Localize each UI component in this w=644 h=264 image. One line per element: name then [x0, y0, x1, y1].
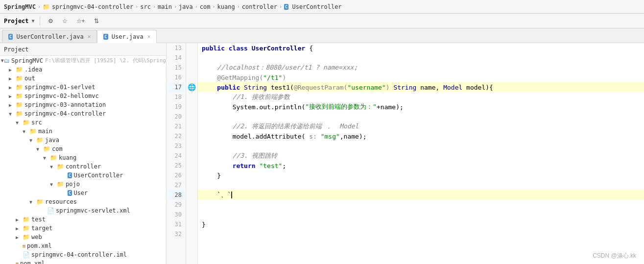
- folder-icon: 📁: [23, 119, 30, 126]
- tree-item-com[interactable]: ▼ 📁 com: [0, 144, 166, 153]
- tree-label: target: [31, 225, 52, 232]
- tree-label: .idea: [24, 66, 42, 73]
- project-header-label: Project: [4, 46, 29, 53]
- code-content[interactable]: public class UserController { //localhos…: [198, 43, 644, 264]
- folder-icon: 📁: [23, 216, 30, 223]
- tree-item-hellomvc[interactable]: ▶ 📁 springmvc-02-hellomvc: [0, 92, 166, 100]
- tree-item-pojo[interactable]: ▼ 📁 pojo: [0, 180, 166, 189]
- tree-label: web: [31, 234, 42, 240]
- tree-item-main[interactable]: ▼ 📁 main: [0, 127, 166, 136]
- arrow-icon: ▼: [50, 182, 57, 187]
- iml-icon: 📄: [23, 251, 30, 258]
- tree-item-controller-module[interactable]: ▼ 📁 springmvc-04-controller: [0, 109, 166, 118]
- bookmark-plus-button[interactable]: ☆+: [73, 17, 88, 25]
- gutter-line-13: [186, 43, 197, 53]
- line-num-29: 29: [167, 200, 186, 210]
- line-num-23: 23: [167, 141, 186, 151]
- tree-item-springmvc[interactable]: ▼ 🗂 SpringMVC F:\班级管理\西开 [19525] \2. 代码\…: [0, 56, 166, 65]
- tree-label: resources: [45, 198, 77, 205]
- tree-item-java[interactable]: ▼ 📁 java: [0, 136, 166, 144]
- tree-label: User: [73, 190, 88, 196]
- line-numbers: 13 14 15 16 17 18 19 20 21 22 23 24 25 2…: [167, 43, 186, 264]
- tree-item-serlvet[interactable]: ▶ 📁 springmvc-01-serlvet: [0, 83, 166, 92]
- breadcrumb-main: main: [158, 3, 172, 10]
- arrow-icon: ▼: [43, 155, 50, 161]
- code-line-15: //localhost：8080/user/t1 ? name=xxx;: [198, 63, 644, 72]
- folder-icon: 📁: [23, 234, 30, 240]
- gutter-line-27: [186, 180, 197, 190]
- tree-item-controller-pkg[interactable]: ▼ 📁 controller: [0, 162, 166, 171]
- arrow-icon: ▶: [9, 94, 16, 99]
- arrow-icon: ▶: [16, 226, 23, 231]
- tree-item-user-file[interactable]: ▶ C User: [0, 189, 166, 197]
- code-line-29: [198, 200, 644, 210]
- tree-label: out: [24, 75, 35, 82]
- tree-item-target[interactable]: ▶ 📁 target: [0, 224, 166, 233]
- class-icon: C: [68, 172, 72, 178]
- title-separator-1: ›: [38, 4, 41, 9]
- code-line-18: //1. 接收前端参数: [198, 92, 644, 102]
- line-num-13: 13: [167, 43, 186, 53]
- arrow-icon: ▼: [36, 146, 43, 152]
- gutter-line-17: 🌐: [186, 82, 197, 92]
- tree-item-annotation[interactable]: ▶ 📁 springmvc-03-annotation: [0, 100, 166, 109]
- tree-item-resources[interactable]: ▼ 📁 resources: [0, 197, 166, 206]
- breadcrumb-kuang: kuang: [217, 3, 235, 10]
- title-bar: SpringMVC › 📁 springmvc-04-controller › …: [0, 0, 644, 14]
- tree-item-kuang[interactable]: ▼ 📁 kuang: [0, 153, 166, 162]
- tree-item-iml[interactable]: ▶ 📄 springmvc-04-controller.iml: [0, 250, 166, 259]
- tree-item-usercontroller-file[interactable]: ▶ C UserController: [0, 171, 166, 180]
- expand-button[interactable]: ⇅: [91, 17, 102, 25]
- tab-user[interactable]: C User.java ✕: [97, 30, 157, 43]
- folder-icon: 📁: [36, 198, 44, 205]
- tree-item-web[interactable]: ▶ 📁 web: [0, 233, 166, 241]
- tab-usercontroller[interactable]: C UserController.java ✕: [2, 30, 97, 43]
- sidebar-header: Project: [0, 43, 166, 56]
- xml-icon: 📄: [47, 207, 54, 214]
- tab-label-usercontroller: UserController.java: [16, 33, 83, 40]
- folder-icon: 📁: [57, 181, 64, 188]
- line-num-19: 19: [167, 102, 186, 112]
- line-num-28: 28: [167, 190, 186, 200]
- arrow-icon: ▼: [29, 199, 36, 205]
- tab-close-usercontroller[interactable]: ✕: [88, 33, 91, 40]
- breadcrumb-controller-pkg: controller: [242, 3, 277, 10]
- folder-icon: 📁: [16, 84, 23, 91]
- code-line-24: //3. 视图跳转: [198, 151, 644, 161]
- gutter-line-29: [186, 200, 197, 210]
- pom-icon: m: [23, 243, 25, 249]
- tree-item-servlet-xml[interactable]: ▶ 📄 springmvc-servlet.xml: [0, 206, 166, 215]
- gutter-line-22: [186, 131, 197, 141]
- breadcrumb-src: src: [140, 3, 151, 10]
- arrow-icon: ▼: [23, 129, 29, 134]
- tree-label: springmvc-01-serlvet: [24, 84, 95, 91]
- bookmark-button[interactable]: ☆: [59, 17, 71, 25]
- tree-item-idea[interactable]: ▶ 📁 .idea: [0, 65, 166, 74]
- tree-item-out[interactable]: ▶ 📁 out: [0, 74, 166, 83]
- gutter-line-15: [186, 63, 197, 72]
- gutter-line-32: [186, 229, 197, 239]
- tree-label: pom.xml: [20, 260, 45, 264]
- code-line-25: return "test" ;: [198, 161, 644, 170]
- settings-button[interactable]: ⚙: [45, 17, 56, 25]
- watermark: CSDN @涤心.kk: [593, 252, 636, 260]
- tree-item-test[interactable]: ▶ 📁 test: [0, 215, 166, 224]
- arrow-icon: ▼: [50, 164, 57, 169]
- code-line-30: [198, 210, 644, 219]
- tab-close-user[interactable]: ✕: [147, 33, 151, 40]
- line-num-25: 25: [167, 161, 186, 170]
- project-title: SpringMVC: [4, 3, 36, 10]
- folder-icon: 📁: [16, 66, 23, 73]
- folder-icon: 📁: [16, 101, 23, 108]
- gutter-line-30: [186, 210, 197, 219]
- tree-item-src[interactable]: ▼ 📁 src: [0, 118, 166, 127]
- arrow-icon: ▼: [29, 138, 36, 143]
- code-line-13: public class UserController {: [198, 43, 644, 53]
- tree-label: com: [52, 145, 63, 152]
- tree-item-pom-root[interactable]: ▶ m pom.xml: [0, 259, 166, 264]
- gutter-line-19: [186, 102, 197, 112]
- code-line-23: [198, 141, 644, 151]
- tree-item-pom-module[interactable]: ▶ m pom.xml: [0, 241, 166, 250]
- line-num-24: 24: [167, 151, 186, 161]
- code-editor[interactable]: 13 14 15 16 17 18 19 20 21 22 23 24 25 2…: [167, 43, 644, 264]
